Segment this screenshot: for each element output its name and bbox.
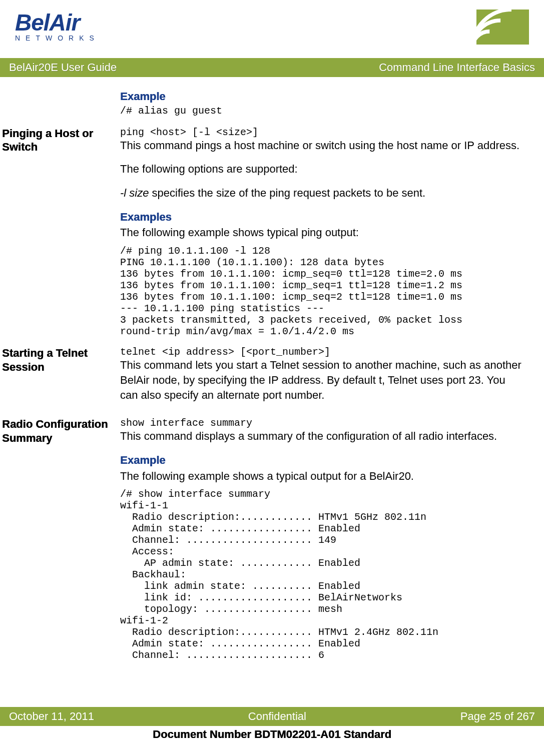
doc-title-left: BelAir20E User Guide	[9, 61, 117, 74]
ping-desc: This command pings a host machine or swi…	[120, 138, 526, 153]
logo-text-bottom: NETWORKS	[15, 34, 100, 42]
heading-example-radio: Example	[120, 453, 526, 468]
syntax-telnet: telnet <ip address> [<port_number>]	[120, 346, 526, 358]
side-ping: Pinging a Host or Switch	[0, 127, 120, 337]
ping-option-l: -l size specifies the size of the ping r…	[120, 186, 526, 201]
side-telnet: Starting a Telnet Session	[0, 346, 120, 411]
ping-option-text: specifies the size of the ping request p…	[149, 187, 425, 199]
side-empty-1	[0, 89, 120, 117]
page-content: Example /# alias gu guest Pinging a Host…	[0, 77, 544, 661]
footer-date: October 11, 2011	[9, 710, 94, 723]
footer-bar: October 11, 2011 Confidential Page 25 of…	[0, 707, 544, 726]
logo-text-top: BelAir	[15, 9, 100, 36]
radio-example-intro: The following example shows a typical ou…	[120, 469, 526, 484]
side-radio: Radio Configuration Summary	[0, 417, 120, 661]
page-footer: October 11, 2011 Confidential Page 25 of…	[0, 707, 544, 741]
code-ping-output: /# ping 10.1.1.100 -l 128 PING 10.1.1.10…	[120, 245, 526, 337]
code-alias: /# alias gu guest	[120, 105, 526, 117]
footer-confidential: Confidential	[248, 710, 306, 723]
wireless-signal-icon	[476, 9, 529, 47]
ping-example-intro: The following example shows typical ping…	[120, 225, 526, 240]
footer-page-number: Page 25 of 267	[460, 710, 535, 723]
ping-option-flag: -l size	[120, 187, 149, 199]
code-radio-output: /# show interface summary wifi-1-1 Radio…	[120, 488, 526, 661]
radio-desc: This command displays a summary of the c…	[120, 429, 526, 444]
ping-options-intro: The following options are supported:	[120, 162, 526, 177]
syntax-ping: ping <host> [-l <size>]	[120, 127, 526, 138]
page-header: BelAir NETWORKS	[0, 0, 544, 47]
heading-examples-ping: Examples	[120, 210, 526, 225]
heading-example-1: Example	[120, 89, 526, 104]
footer-doc-number: Document Number BDTM02201-A01 Standard	[0, 728, 544, 741]
syntax-show-interface: show interface summary	[120, 417, 526, 429]
telnet-desc: This command lets you start a Telnet ses…	[120, 358, 526, 402]
title-bar: BelAir20E User Guide Command Line Interf…	[0, 58, 544, 77]
logo: BelAir NETWORKS	[15, 9, 100, 42]
doc-title-right: Command Line Interface Basics	[379, 61, 535, 74]
